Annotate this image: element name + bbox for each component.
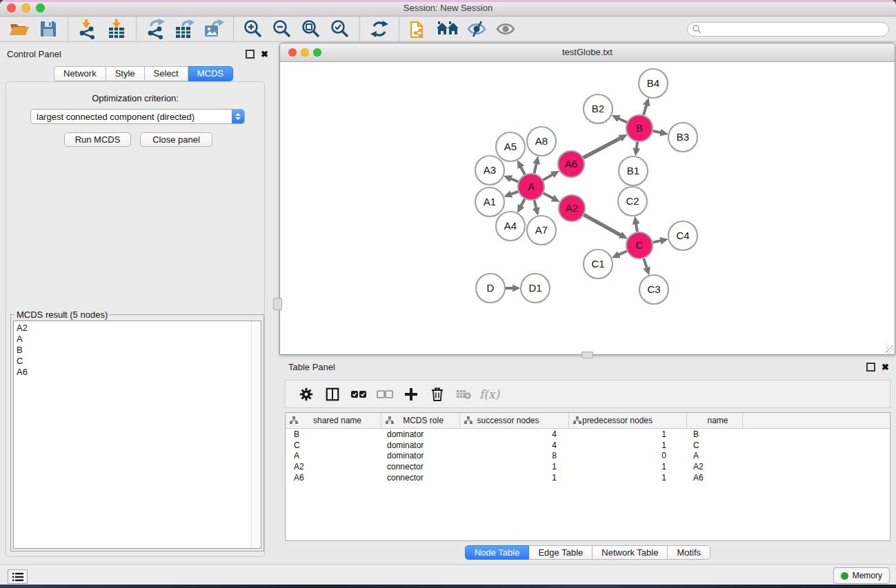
minimize-window-button[interactable] <box>21 3 30 12</box>
table-cell[interactable]: connector <box>381 462 460 472</box>
resize-grip-icon[interactable] <box>886 345 894 354</box>
table-cell[interactable]: C <box>687 440 743 450</box>
zoom-out-icon[interactable] <box>268 18 297 40</box>
column-header-name[interactable]: name <box>687 413 743 428</box>
splitter-handle[interactable] <box>273 298 282 310</box>
list-item[interactable]: A6 <box>17 367 261 378</box>
table-cell[interactable]: A <box>286 451 381 460</box>
float-icon[interactable] <box>246 50 255 59</box>
export-network-icon[interactable] <box>141 18 170 40</box>
add-column-icon[interactable] <box>398 384 424 405</box>
table-row[interactable]: B dominator 4 1 B <box>286 429 890 440</box>
table-cell[interactable]: 8 <box>460 451 569 460</box>
table-cell[interactable]: B <box>286 429 381 439</box>
close-window-button[interactable] <box>288 48 297 57</box>
import-table-icon[interactable] <box>102 18 131 40</box>
table-cell[interactable]: connector <box>381 473 460 483</box>
import-network-icon[interactable] <box>73 18 102 40</box>
home-icon[interactable] <box>433 18 462 40</box>
table-cell[interactable]: A2 <box>687 462 743 472</box>
network-from-file-icon[interactable] <box>404 18 433 40</box>
table-cell[interactable]: 1 <box>569 473 687 483</box>
table-cell[interactable]: 1 <box>569 440 687 450</box>
table-cell[interactable]: A6 <box>286 473 381 483</box>
tab-select[interactable]: Select <box>145 66 188 81</box>
graph-edge[interactable] <box>511 179 519 181</box>
close-icon[interactable]: ✖ <box>261 50 268 58</box>
graph-edge[interactable] <box>584 138 621 157</box>
table-cell[interactable]: 1 <box>460 473 569 483</box>
export-table-icon[interactable] <box>170 18 199 40</box>
function-icon[interactable]: f(x) <box>479 387 499 401</box>
table-cell[interactable]: A6 <box>687 473 743 483</box>
graph-edge[interactable] <box>644 105 646 115</box>
table-cell[interactable]: 0 <box>569 451 687 460</box>
table-cell[interactable]: A2 <box>286 462 381 472</box>
tab-node-table[interactable]: Node Table <box>465 545 530 560</box>
scrollbar-track[interactable] <box>251 321 261 548</box>
column-header-mcds-role[interactable]: MCDS role <box>381 413 460 428</box>
list-item[interactable]: B <box>17 345 261 356</box>
graph-edge[interactable] <box>619 119 627 123</box>
close-window-button[interactable] <box>7 3 16 12</box>
delete-column-icon[interactable] <box>424 384 450 405</box>
table-row[interactable]: A2 connector 1 1 A2 <box>286 461 890 472</box>
zoom-fit-icon[interactable] <box>297 18 326 40</box>
float-icon[interactable] <box>866 363 875 372</box>
table-cell[interactable]: 1 <box>569 462 687 472</box>
graph-edge[interactable] <box>619 251 627 254</box>
close-icon[interactable]: ✖ <box>882 363 889 371</box>
graph-edge[interactable] <box>521 167 525 174</box>
list-item[interactable]: A2 <box>17 323 261 334</box>
gear-icon[interactable] <box>293 384 319 405</box>
table-row[interactable]: A6 connector 1 1 A6 <box>286 472 890 483</box>
graph-edge[interactable] <box>636 224 637 232</box>
zoom-selected-icon[interactable] <box>326 18 355 40</box>
tab-motifs[interactable]: Motifs <box>668 545 710 560</box>
graph-edge[interactable] <box>644 258 646 268</box>
run-mcds-button[interactable]: Run MCDS <box>64 132 131 147</box>
task-history-button[interactable] <box>8 569 28 584</box>
table-cell[interactable]: dominator <box>381 451 460 460</box>
clear-table-icon[interactable] <box>450 384 477 405</box>
optimization-criterion-select[interactable]: largest connected component (directed) <box>30 109 245 124</box>
column-header-predecessor-nodes[interactable]: predecessor nodes <box>569 413 687 428</box>
split-view-icon[interactable] <box>319 384 346 405</box>
tab-network[interactable]: Network <box>54 66 106 81</box>
close-panel-button[interactable]: Close panel <box>140 132 212 147</box>
column-header-shared-name[interactable]: shared name <box>286 413 381 428</box>
minimize-window-button[interactable] <box>301 48 309 57</box>
list-item[interactable]: A <box>17 334 261 345</box>
table-cell[interactable]: dominator <box>381 440 460 450</box>
table-cell[interactable]: 1 <box>460 462 569 472</box>
select-all-icon[interactable] <box>346 384 372 405</box>
table-cell[interactable]: 4 <box>460 429 569 439</box>
table-row[interactable]: A dominator 8 0 A <box>286 450 890 461</box>
graph-edge[interactable] <box>544 193 553 198</box>
graph-edge[interactable] <box>521 199 524 206</box>
table-cell[interactable]: 1 <box>569 429 687 439</box>
show-panel-eye-icon[interactable] <box>491 18 520 40</box>
graph-edge[interactable] <box>534 163 536 173</box>
network-window-titlebar[interactable]: testGlobe.txt <box>280 43 895 62</box>
table-cell[interactable]: 4 <box>460 440 569 450</box>
maximize-window-button[interactable] <box>313 48 321 57</box>
table-cell[interactable]: A <box>687 451 743 460</box>
column-header-successor-nodes[interactable]: successor nodes <box>460 413 569 428</box>
tab-network-table[interactable]: Network Table <box>593 545 668 560</box>
graph-edge[interactable] <box>653 241 661 243</box>
graph-edge[interactable] <box>543 174 552 180</box>
table-row[interactable]: C dominator 4 1 C <box>286 440 890 451</box>
search-field[interactable] <box>687 22 889 37</box>
list-item[interactable]: C <box>17 356 261 367</box>
save-session-icon[interactable] <box>34 18 63 40</box>
refresh-icon[interactable] <box>365 18 394 40</box>
memory-button[interactable]: Memory <box>833 567 890 584</box>
splitter-handle[interactable] <box>581 352 593 358</box>
network-graph-canvas[interactable]: AA2A6BCA1A3A4A5A7A8B1B2B3B4C1C2C3C4DD1 <box>280 61 895 355</box>
zoom-in-icon[interactable] <box>239 18 268 40</box>
graph-edge[interactable] <box>653 131 661 132</box>
tab-mcds[interactable]: MCDS <box>188 66 233 81</box>
search-input[interactable] <box>701 23 888 34</box>
graph-edge[interactable] <box>511 192 518 194</box>
